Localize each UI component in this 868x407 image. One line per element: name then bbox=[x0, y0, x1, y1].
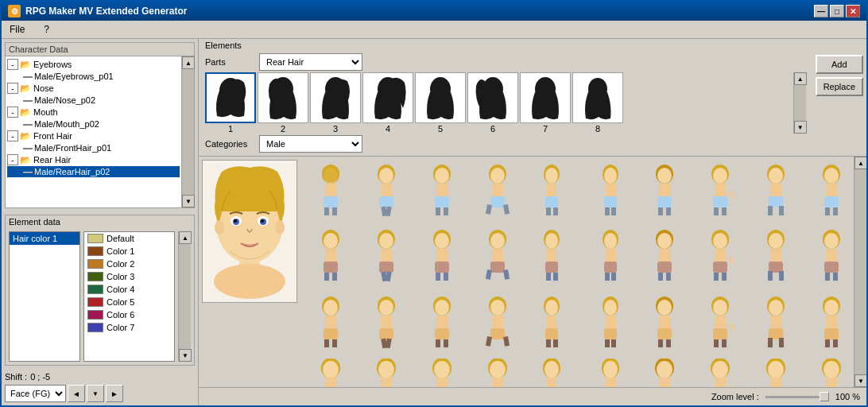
thumb-box-1[interactable] bbox=[205, 72, 256, 123]
thumb-box-8[interactable] bbox=[572, 72, 623, 123]
sprite-cell-17[interactable] bbox=[526, 225, 580, 289]
grid-scroll-up[interactable]: ▲ bbox=[854, 157, 866, 169]
sprite-cell-37[interactable] bbox=[304, 355, 358, 387]
menu-file[interactable]: File bbox=[6, 22, 28, 37]
sprite-cell-7[interactable] bbox=[637, 160, 692, 223]
tree-scroll-down[interactable]: ▼ bbox=[182, 195, 195, 207]
close-button[interactable]: ✕ bbox=[846, 5, 860, 17]
sprite-grid-container[interactable] bbox=[300, 157, 854, 387]
zoom-thumb[interactable] bbox=[820, 392, 829, 401]
sprite-cell-44[interactable] bbox=[693, 355, 747, 387]
hair-color-item-1[interactable]: Hair color 1 bbox=[10, 232, 79, 245]
thumb-box-6[interactable] bbox=[467, 72, 518, 123]
arrow-down[interactable]: ▼ bbox=[87, 385, 104, 402]
tree-scroll-up[interactable]: ▲ bbox=[182, 56, 195, 69]
thumb-5[interactable]: 5 bbox=[415, 72, 466, 134]
sprite-cell-2[interactable] bbox=[359, 160, 413, 223]
thumb-3[interactable]: 3 bbox=[310, 72, 361, 134]
thumb-4[interactable]: 4 bbox=[362, 72, 413, 134]
sprite-cell-41[interactable] bbox=[526, 355, 580, 387]
tree-item-mouth[interactable]: - 📂 Mouth bbox=[7, 106, 180, 118]
thumb-scrollbar[interactable]: ▲ ▼ bbox=[793, 72, 806, 134]
sprite-cell-13[interactable] bbox=[304, 225, 358, 289]
thumb-scroll-up[interactable]: ▲ bbox=[794, 72, 807, 85]
sprite-cell-19[interactable] bbox=[637, 225, 692, 289]
tree-item-rear-hair-child[interactable]: Male/RearHair_p02 bbox=[7, 166, 180, 177]
sprite-cell-10[interactable] bbox=[804, 160, 854, 223]
expand-nose[interactable]: - bbox=[7, 83, 18, 94]
thumb-7[interactable]: 7 bbox=[520, 72, 571, 134]
tree-item-front-hair[interactable]: - 📂 Front Hair bbox=[7, 130, 180, 142]
maximize-button[interactable]: □ bbox=[830, 5, 844, 17]
hair-color-list[interactable]: Hair color 1 bbox=[9, 231, 80, 362]
arrow-left[interactable]: ◄ bbox=[68, 385, 85, 402]
sprite-cell-39[interactable] bbox=[415, 355, 469, 387]
arrow-right[interactable]: ► bbox=[106, 385, 123, 402]
thumb-box-5[interactable] bbox=[415, 72, 466, 123]
sprite-cell-34[interactable] bbox=[804, 290, 854, 354]
sprite-cell-38[interactable] bbox=[359, 355, 413, 387]
sprite-cell-5[interactable] bbox=[526, 160, 580, 223]
color-swatch-list[interactable]: Default Color 1 Color 2 Color 3 bbox=[83, 231, 175, 362]
sprite-cell-3[interactable] bbox=[415, 160, 469, 223]
swatch-color7[interactable]: Color 7 bbox=[84, 321, 174, 334]
sprite-cell-16[interactable] bbox=[471, 225, 525, 289]
thumb-8[interactable]: 8 bbox=[572, 72, 623, 134]
thumb-1[interactable]: 1 bbox=[205, 72, 256, 134]
sprite-cell-30[interactable] bbox=[582, 290, 636, 354]
tree-item-rear-hair[interactable]: - 📂 Rear Hair bbox=[7, 153, 180, 166]
sprite-grid-scrollbar[interactable]: ▲ ▼ bbox=[854, 157, 866, 387]
thumb-box-4[interactable] bbox=[362, 72, 413, 123]
swatch-color6[interactable]: Color 6 bbox=[84, 308, 174, 321]
swatch-color2[interactable]: Color 2 bbox=[84, 258, 174, 270]
swatch-color1[interactable]: Color 1 bbox=[84, 245, 174, 258]
swatch-scroll-track[interactable] bbox=[179, 244, 191, 349]
thumb-box-3[interactable] bbox=[310, 72, 361, 123]
grid-scroll-down[interactable]: ▼ bbox=[854, 374, 866, 387]
swatch-color4[interactable]: Color 4 bbox=[84, 283, 174, 296]
swatch-scrollbar[interactable]: ▲ ▼ bbox=[178, 231, 191, 362]
face-select[interactable]: Face (FG) Face (BG) Body bbox=[5, 385, 66, 402]
tree-scrollbar[interactable]: ▲ ▼ bbox=[181, 56, 194, 207]
expand-rear-hair[interactable]: - bbox=[7, 154, 18, 165]
replace-button[interactable]: Replace bbox=[816, 77, 863, 96]
character-tree[interactable]: - 📂 Eyebrows Male/Eyebrows_p01 - 📂 Nose bbox=[6, 56, 181, 207]
sprite-cell-33[interactable] bbox=[749, 290, 803, 354]
sprite-cell-14[interactable] bbox=[359, 225, 413, 289]
sprite-cell-46[interactable] bbox=[804, 355, 854, 387]
swatch-scroll-down[interactable]: ▼ bbox=[179, 349, 192, 362]
expand-mouth[interactable]: - bbox=[7, 107, 18, 118]
sprite-cell-15[interactable] bbox=[415, 225, 469, 289]
tree-scroll-track[interactable] bbox=[182, 69, 194, 195]
tree-item-front-hair-child[interactable]: Male/FrontHair_p01 bbox=[7, 142, 180, 153]
expand-front-hair[interactable]: - bbox=[7, 130, 18, 141]
tree-item-mouth-child[interactable]: Male/Mouth_p02 bbox=[7, 118, 180, 130]
sprite-cell-21[interactable] bbox=[749, 225, 803, 289]
tree-item-nose-child[interactable]: Male/Nose_p02 bbox=[7, 95, 180, 106]
sprite-cell-29[interactable] bbox=[526, 290, 580, 354]
sprite-cell-40[interactable] bbox=[471, 355, 525, 387]
tree-item-nose[interactable]: - 📂 Nose bbox=[7, 82, 180, 95]
sprite-cell-4[interactable] bbox=[471, 160, 525, 223]
categories-select[interactable]: Male Female bbox=[259, 135, 362, 153]
sprite-cell-45[interactable] bbox=[749, 355, 803, 387]
swatch-color3[interactable]: Color 3 bbox=[84, 270, 174, 283]
sprite-cell-26[interactable] bbox=[359, 290, 413, 354]
thumb-box-7[interactable] bbox=[520, 72, 571, 123]
thumb-scroll-down[interactable]: ▼ bbox=[794, 121, 807, 134]
parts-select[interactable]: Rear Hair Front Hair Eyebrows Nose Mouth bbox=[259, 53, 362, 71]
sprite-cell-32[interactable] bbox=[693, 290, 747, 354]
sprite-cell-42[interactable] bbox=[582, 355, 636, 387]
sprite-cell-28[interactable] bbox=[471, 290, 525, 354]
swatch-color5[interactable]: Color 5 bbox=[84, 296, 174, 308]
thumb-box-2[interactable] bbox=[258, 72, 308, 123]
sprite-cell-9[interactable] bbox=[749, 160, 803, 223]
thumb-scroll-track[interactable] bbox=[794, 85, 806, 121]
sprite-cell-25[interactable] bbox=[304, 290, 358, 354]
grid-scroll-track[interactable] bbox=[854, 169, 866, 374]
sprite-cell-20[interactable] bbox=[693, 225, 747, 289]
sprite-cell-27[interactable] bbox=[415, 290, 469, 354]
expand-eyebrows[interactable]: - bbox=[7, 59, 18, 70]
menu-help[interactable]: ? bbox=[41, 22, 52, 37]
tree-item-eyebrows-child[interactable]: Male/Eyebrows_p01 bbox=[7, 71, 180, 82]
